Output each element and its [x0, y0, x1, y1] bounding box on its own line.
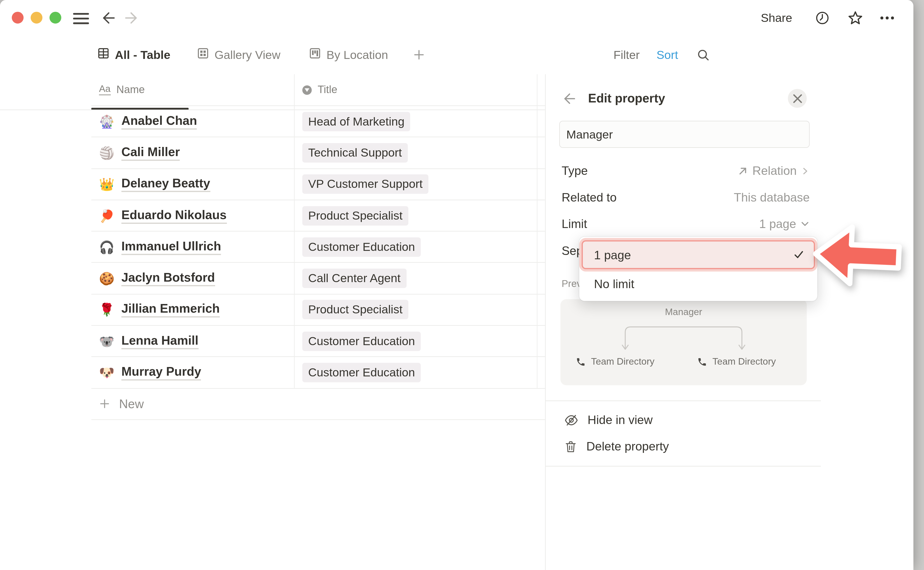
phone-icon: [697, 357, 707, 367]
checkmark-icon: [793, 249, 804, 260]
page-emoji-icon: 🎡: [99, 115, 114, 127]
close-icon: [793, 94, 802, 103]
chevron-right-icon: [801, 166, 810, 175]
sidebar-toggle-icon[interactable]: [73, 13, 89, 24]
share-button[interactable]: Share: [761, 11, 792, 25]
name-cell[interactable]: 👑Delaney Beatty: [91, 176, 294, 192]
title-cell[interactable]: Call Center Agent: [294, 269, 537, 288]
title-cell[interactable]: Customer Education: [294, 363, 537, 382]
search-icon[interactable]: [697, 37, 710, 73]
preview-child-right: Team Directory: [697, 356, 776, 367]
tab-all-table[interactable]: All - Table: [97, 37, 170, 73]
title-cell[interactable]: Head of Marketing: [294, 112, 537, 131]
name-cell[interactable]: 🍪Jaclyn Botsford: [91, 270, 294, 286]
gallery-view-icon: [197, 47, 209, 63]
column-divider[interactable]: [294, 74, 295, 389]
column-divider[interactable]: [537, 74, 537, 389]
database-table: Aa Name Title 🎡Anabel Chan Head of Marke…: [91, 74, 545, 420]
field-row-related-to[interactable]: Related to This database: [559, 184, 810, 210]
more-options-icon[interactable]: [881, 17, 894, 19]
edit-property-panel: Edit property Type Relation Related to T…: [545, 74, 913, 570]
titlebar: Share: [0, 0, 913, 37]
page-emoji-icon: 🍪: [99, 272, 114, 285]
tab-by-location[interactable]: By Location: [309, 37, 388, 73]
zoom-window-button[interactable]: [49, 12, 61, 24]
name-cell[interactable]: 🐶Murray Purdy: [91, 365, 294, 380]
trash-icon: [564, 440, 577, 453]
table-row: 👑Delaney Beatty VP Customer Support: [91, 169, 545, 200]
title-cell[interactable]: Product Specialist: [294, 300, 537, 320]
field-row-limit[interactable]: Limit 1 page: [559, 211, 810, 237]
delete-property-button[interactable]: Delete property: [559, 434, 813, 460]
screen: Share All - Table Gallery View: [0, 0, 924, 570]
title-cell[interactable]: VP Customer Support: [294, 175, 537, 194]
name-cell[interactable]: 🏐Cali Miller: [91, 145, 294, 161]
panel-back-icon[interactable]: [562, 91, 577, 109]
dropdown-option-no-limit[interactable]: No limit: [582, 271, 815, 297]
column-header-title[interactable]: Title: [294, 84, 537, 96]
updates-clock-icon[interactable]: [815, 11, 830, 28]
plus-icon: [99, 398, 110, 410]
name-cell[interactable]: 🎡Anabel Chan: [91, 113, 294, 129]
hide-in-view-button[interactable]: Hide in view: [559, 407, 813, 433]
minimize-window-button[interactable]: [31, 12, 42, 24]
close-window-button[interactable]: [12, 12, 24, 24]
preview-root-label: Manager: [560, 307, 807, 317]
app-window: Share All - Table Gallery View: [0, 0, 913, 570]
panel-close-button[interactable]: [788, 89, 807, 108]
page-emoji-icon: 🏐: [99, 147, 114, 159]
field-row-type[interactable]: Type Relation: [559, 158, 810, 184]
page-emoji-icon: 🌹: [99, 303, 114, 316]
eye-off-icon: [564, 413, 579, 428]
page-emoji-icon: 🐶: [99, 366, 114, 378]
title-cell[interactable]: Customer Education: [294, 238, 537, 257]
chevron-down-icon: [800, 219, 810, 228]
panel-title: Edit property: [588, 91, 665, 106]
dropdown-option-1-page[interactable]: 1 page: [582, 240, 815, 269]
traffic-lights: [12, 12, 61, 24]
preview-child-left: Team Directory: [576, 356, 654, 367]
title-cell[interactable]: Technical Support: [294, 143, 537, 162]
forward-icon[interactable]: [123, 10, 139, 28]
table-row: 🎧Immanuel Ullrich Customer Education: [91, 231, 545, 263]
limit-dropdown-menu: 1 page No limit: [579, 237, 817, 301]
table-row: 🐨Lenna Hamill Customer Education: [91, 326, 545, 357]
favorite-star-icon[interactable]: [847, 10, 863, 28]
select-property-icon: [302, 85, 312, 95]
view-tabbar: All - Table Gallery View By Location Fil…: [0, 37, 913, 74]
text-property-icon: Aa: [99, 84, 111, 95]
tab-gallery-view[interactable]: Gallery View: [197, 37, 281, 73]
title-cell[interactable]: Product Specialist: [294, 206, 537, 225]
back-icon[interactable]: [101, 10, 117, 28]
column-header-name[interactable]: Aa Name: [91, 84, 294, 96]
page-emoji-icon: 🐨: [99, 335, 114, 347]
board-view-icon: [309, 47, 321, 63]
page-emoji-icon: 🏓: [99, 210, 114, 222]
page-emoji-icon: 🎧: [99, 241, 114, 253]
table-header-row: Aa Name Title: [91, 74, 545, 106]
table-row: 🍪Jaclyn Botsford Call Center Agent: [91, 263, 545, 294]
sort-button[interactable]: Sort: [657, 37, 678, 73]
name-cell[interactable]: 🎧Immanuel Ullrich: [91, 239, 294, 255]
filter-button[interactable]: Filter: [613, 37, 640, 73]
property-name-input[interactable]: [559, 121, 810, 148]
name-cell[interactable]: 🌹Jillian Emmerich: [91, 302, 294, 318]
table-view-icon: [97, 47, 109, 63]
panel-divider: [546, 400, 821, 401]
table-row: 🐶Murray Purdy Customer Education: [91, 357, 545, 389]
table-row: 🎡Anabel Chan Head of Marketing: [91, 106, 545, 138]
relation-preview-card: Manager Team Directory Team Directory: [560, 299, 807, 385]
name-cell[interactable]: 🐨Lenna Hamill: [91, 333, 294, 349]
name-cell[interactable]: 🏓Eduardo Nikolaus: [91, 208, 294, 224]
add-view-button[interactable]: [413, 37, 425, 73]
clipped-label-preview: Prev: [562, 278, 582, 289]
relation-arrow-icon: [737, 165, 748, 176]
table-row: 🏐Cali Miller Technical Support: [91, 137, 545, 169]
new-row-button[interactable]: New: [91, 389, 545, 420]
phone-icon: [576, 357, 586, 367]
page-emoji-icon: 👑: [99, 178, 114, 190]
table-row: 🏓Eduardo Nikolaus Product Specialist: [91, 200, 545, 231]
panel-divider: [546, 466, 821, 466]
preview-bracket-arrows: [621, 323, 746, 353]
title-cell[interactable]: Customer Education: [294, 331, 537, 351]
